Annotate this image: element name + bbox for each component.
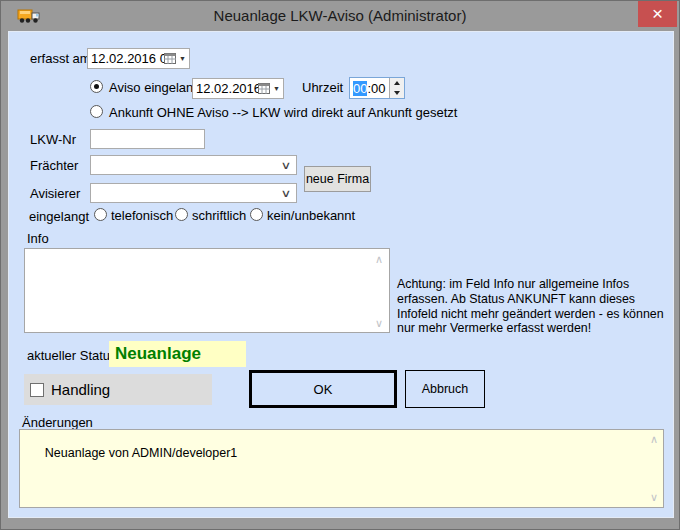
fraechter-combobox[interactable]: ∨ <box>90 155 297 175</box>
info-warning-text: Achtung: im Feld Info nur allgemeine Inf… <box>397 277 665 336</box>
status-label: aktueller Status <box>27 348 117 364</box>
info-label: Info <box>27 231 49 247</box>
handling-checkbox[interactable] <box>30 383 44 397</box>
ok-button[interactable]: OK <box>249 370 397 408</box>
calendar-icon <box>258 83 270 94</box>
scroll-up-icon[interactable]: ∧ <box>375 254 383 264</box>
uhrzeit-hours[interactable]: 00 <box>353 81 367 96</box>
radio-telefonisch-label[interactable]: telefonisch <box>111 208 173 224</box>
dropdown-arrow-icon: ▼ <box>179 55 186 62</box>
radio-kein-unbekannt[interactable] <box>250 208 263 221</box>
uhrzeit-minutes[interactable]: 00 <box>371 81 385 96</box>
erfasst-am-datetime-picker[interactable]: 12.02.2016 07:20 ▼ <box>87 48 190 69</box>
eingelangt-label: eingelangt <box>29 209 89 225</box>
aviso-date-picker[interactable]: 12.02.2016 ▼ <box>192 78 284 99</box>
abbruch-button[interactable]: Abbruch <box>405 370 485 408</box>
combo-arrow-icon: ∨ <box>281 159 292 172</box>
calendar-icon <box>164 53 176 64</box>
combo-arrow-icon: ∨ <box>281 187 292 200</box>
status-badge: Neuanlage <box>109 341 246 367</box>
titlebar[interactable]: Neuanlage LKW-Aviso (Administrator) × <box>1 1 679 31</box>
avisierer-label: Avisierer <box>30 186 80 202</box>
radio-schriftlich[interactable] <box>175 208 188 221</box>
radio-aviso-eingelangt-label[interactable]: Aviso eingelangt <box>109 80 204 96</box>
fraechter-label: Frächter <box>30 158 78 174</box>
radio-ankunft-ohne-aviso[interactable] <box>90 105 103 118</box>
handling-label[interactable]: Handling <box>51 381 110 398</box>
radio-kein-unbekannt-label[interactable]: kein/unbekannt <box>267 208 355 224</box>
spin-down-icon[interactable] <box>390 88 404 98</box>
aenderungen-textarea[interactable]: Neuanlage von ADMIN/developer1 <box>19 429 664 508</box>
window-title: Neuanlage LKW-Aviso (Administrator) <box>1 7 679 24</box>
lkw-nr-input[interactable] <box>90 129 205 149</box>
erfasst-am-value: 12.02.2016 07:20 <box>91 51 164 66</box>
dropdown-arrow-icon: ▼ <box>273 85 280 92</box>
scroll-up-icon[interactable]: ∧ <box>650 434 658 444</box>
radio-aviso-eingelangt[interactable] <box>90 80 103 93</box>
abbruch-button-label: Abbruch <box>422 382 469 396</box>
lkw-nr-label: LKW-Nr <box>30 132 76 148</box>
uhrzeit-spin-buttons[interactable] <box>389 78 404 98</box>
neue-firma-button[interactable]: neue Firma <box>304 166 371 192</box>
radio-schriftlich-label[interactable]: schriftlich <box>192 208 246 224</box>
dialog-window: Neuanlage LKW-Aviso (Administrator) × er… <box>0 0 680 530</box>
handling-panel: Handling <box>24 374 212 405</box>
info-textarea[interactable] <box>24 248 390 333</box>
close-icon: × <box>652 3 663 25</box>
ok-button-label: OK <box>314 382 333 397</box>
aenderungen-value: Neuanlage von ADMIN/developer1 <box>45 446 237 460</box>
spin-up-icon[interactable] <box>390 78 404 88</box>
uhrzeit-spinner[interactable]: 00 : 00 <box>349 77 405 99</box>
aviso-date-value: 12.02.2016 <box>196 81 258 96</box>
scroll-down-icon[interactable]: ∨ <box>650 492 658 502</box>
neue-firma-button-label: neue Firma <box>306 172 369 186</box>
close-button[interactable]: × <box>638 1 677 27</box>
uhrzeit-label: Uhrzeit <box>302 80 343 96</box>
scroll-down-icon[interactable]: ∨ <box>375 318 383 328</box>
dialog-content: erfasst am 12.02.2016 07:20 ▼ Aviso eing… <box>8 31 674 518</box>
radio-telefonisch[interactable] <box>94 208 107 221</box>
erfasst-am-label: erfasst am <box>30 51 91 67</box>
radio-ankunft-ohne-aviso-label[interactable]: Ankunft OHNE Aviso --> LKW wird direkt a… <box>109 105 457 121</box>
avisierer-combobox[interactable]: ∨ <box>90 183 297 203</box>
